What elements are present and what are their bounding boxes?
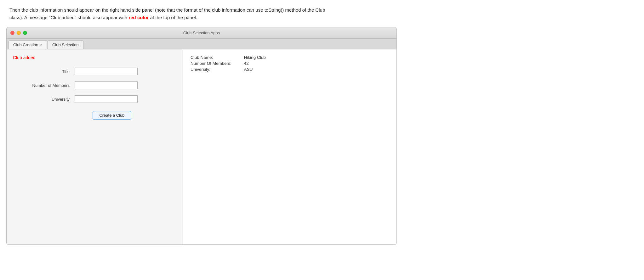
tab-bar: Club Creation × Club Selection bbox=[7, 39, 396, 49]
create-club-button[interactable]: Create a Club bbox=[93, 111, 131, 120]
title-bar: Club Selection Apps bbox=[7, 27, 396, 39]
form-area: Title Number of Members University Creat… bbox=[13, 68, 176, 120]
tab-club-creation-label: Club Creation bbox=[13, 42, 38, 47]
right-panel: Club Name: Hiking Club Number Of Members… bbox=[183, 49, 396, 244]
club-members-value: 42 bbox=[244, 61, 266, 66]
description-line1: Then the club information should appear … bbox=[9, 7, 325, 13]
form-row-members: Number of Members bbox=[22, 81, 176, 89]
left-panel: Club added Title Number of Members Unive… bbox=[7, 49, 183, 244]
button-row: Create a Club bbox=[22, 111, 176, 120]
club-university-value: ASU bbox=[244, 67, 266, 72]
form-row-university: University bbox=[22, 95, 176, 103]
tab-club-creation-close[interactable]: × bbox=[40, 43, 42, 47]
form-row-title: Title bbox=[22, 68, 176, 75]
window-title: Club Selection Apps bbox=[183, 31, 220, 35]
tab-club-selection[interactable]: Club Selection bbox=[48, 40, 83, 49]
club-university-label: University: bbox=[191, 67, 231, 72]
tab-club-selection-label: Club Selection bbox=[52, 42, 79, 47]
app-window: Club Selection Apps Club Creation × Club… bbox=[6, 27, 397, 245]
label-members: Number of Members bbox=[22, 83, 70, 88]
description-area: Then the club information should appear … bbox=[0, 0, 504, 27]
input-members[interactable] bbox=[75, 81, 138, 89]
traffic-light-red[interactable] bbox=[10, 31, 14, 35]
description-bold: red color bbox=[128, 15, 149, 20]
club-added-message: Club added bbox=[13, 55, 176, 60]
description-line2-end: at the top of the panel. bbox=[149, 15, 197, 20]
club-info-table: Club Name: Hiking Club Number Of Members… bbox=[191, 55, 266, 72]
club-name-value: Hiking Club bbox=[244, 55, 266, 60]
club-members-label: Number Of Members: bbox=[191, 61, 231, 66]
tab-club-creation[interactable]: Club Creation × bbox=[9, 40, 47, 49]
label-title: Title bbox=[22, 69, 70, 74]
club-name-label: Club Name: bbox=[191, 55, 231, 60]
traffic-light-yellow[interactable] bbox=[17, 31, 21, 35]
label-university: University bbox=[22, 97, 70, 102]
traffic-light-green[interactable] bbox=[23, 31, 27, 35]
input-university[interactable] bbox=[75, 95, 138, 103]
main-content: Club added Title Number of Members Unive… bbox=[7, 49, 396, 244]
traffic-lights bbox=[10, 31, 27, 35]
description-line2: class). A message "Club added" should al… bbox=[9, 15, 128, 20]
input-title[interactable] bbox=[75, 68, 138, 75]
